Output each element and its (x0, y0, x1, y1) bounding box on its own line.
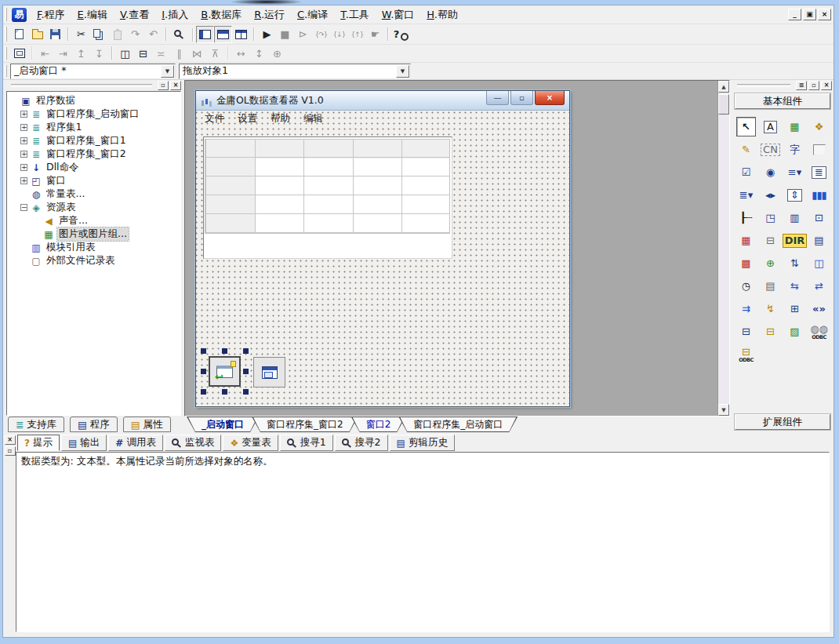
left-panel-tab[interactable]: ▤属性 (123, 417, 171, 432)
tree-item[interactable]: ▥ 模块引用表 (7, 241, 180, 254)
center-horizontal-button[interactable]: ◫ (116, 45, 134, 62)
slider-component[interactable]: ◂▸ (761, 185, 780, 205)
tree-item[interactable]: ◍ 常量表... (7, 187, 180, 201)
tree-item[interactable]: + ≣ 窗口程序集_窗口2 (7, 147, 180, 161)
run-button[interactable]: ▶ (258, 26, 276, 43)
open-file-button[interactable] (28, 26, 46, 43)
designer-tab[interactable]: 窗口程序集_启动窗口 (398, 417, 518, 432)
project-panel-float-button[interactable]: ▫ (158, 81, 169, 90)
server-component[interactable]: ⇄ (809, 276, 829, 296)
cut-button[interactable]: ✂ (72, 26, 90, 43)
tree-item[interactable]: + ↓ Dll命令 (7, 161, 180, 174)
shrink-horizontal-button[interactable]: ⋈ (188, 45, 206, 62)
code-preview-button[interactable] (170, 26, 188, 43)
menu-item[interactable]: W.窗口 (376, 6, 421, 24)
menu-item[interactable]: R.运行 (248, 6, 291, 24)
com-port-component[interactable]: ↯ (761, 299, 780, 318)
tree-item[interactable]: ◀ 声音... (7, 214, 180, 227)
group-box-component[interactable]: CN (761, 140, 780, 159)
scroll-up-button[interactable]: ▲ (718, 81, 729, 93)
odbc-database-component[interactable]: ⊟ ODBC (736, 344, 756, 364)
dropdown-arrow-icon[interactable]: ▼ (161, 65, 174, 78)
menu-item[interactable]: B.数据库 (194, 6, 248, 24)
designer-tab[interactable]: 窗口程序集_窗口2 (252, 417, 358, 432)
object-selector-combobox[interactable]: 拖放对象1 ▼ (179, 64, 411, 79)
toggle-panel-layout-button[interactable] (232, 26, 250, 43)
animation-component[interactable]: ▥ (785, 208, 804, 227)
check-box-component[interactable]: ☑ (736, 162, 756, 182)
output-tab[interactable]: 监视表 (165, 435, 222, 451)
tree-item[interactable]: ▣ 程序数据 (7, 94, 180, 107)
tree-expander-icon[interactable]: + (20, 124, 27, 131)
close-window-button[interactable]: × (818, 9, 831, 20)
step-out-button[interactable]: {↑} (348, 26, 366, 43)
tree-expander-icon[interactable]: + (20, 151, 27, 158)
tree-expander-icon[interactable]: + (20, 164, 27, 171)
redo-button[interactable]: ↷ (126, 26, 144, 43)
basic-components-button[interactable]: 基本组件 (735, 93, 830, 109)
radio-button-component[interactable]: ◉ (761, 162, 780, 182)
scrollbar-component[interactable]: ⇕ (785, 185, 804, 205)
toggle-left-panel-button[interactable] (196, 26, 214, 43)
same-height-button[interactable]: ↕ (250, 45, 268, 62)
data-grid-component[interactable]: ⊞ (785, 299, 804, 318)
client-component[interactable]: ⇆ (785, 276, 804, 296)
tree-item[interactable]: + ≣ 窗口程序集_窗口1 (7, 134, 180, 147)
database-component[interactable]: ⊟ (761, 322, 780, 341)
edit-box-component[interactable]: A (761, 117, 780, 136)
toolbar-window-component[interactable]: ◫ (809, 253, 829, 273)
align-top-button[interactable]: ↥ (72, 45, 90, 62)
tree-expander-icon[interactable]: + (20, 111, 27, 118)
drag-drop-component[interactable]: ↩ (209, 356, 241, 387)
tree-expander-icon[interactable]: − (20, 204, 27, 211)
selection-handle[interactable] (201, 389, 206, 395)
tree-item[interactable]: + ≣ 窗口程序集_启动窗口 (7, 107, 180, 121)
left-panel-tab[interactable]: ≣支持库 (8, 417, 64, 432)
palette-menu-button[interactable]: ≡ (796, 81, 807, 90)
even-space-vertical-button[interactable]: ∥ (170, 45, 188, 62)
extended-components-button[interactable]: 扩展组件 (735, 414, 830, 430)
combo-box-component[interactable]: ≡▾ (785, 162, 804, 182)
menu-item[interactable]: T.工具 (334, 6, 376, 24)
datagram-component[interactable]: ⇉ (736, 299, 756, 318)
selection-handle[interactable] (243, 389, 249, 395)
record-navigator-component[interactable]: «» (809, 299, 829, 318)
project-panel-close-button[interactable]: × (170, 81, 181, 90)
same-width-button[interactable]: ↔ (232, 45, 250, 62)
minimize-window-button[interactable]: _ (788, 9, 801, 20)
canvas-vertical-scrollbar[interactable]: ▲ ▼ (717, 81, 729, 416)
calendar-component[interactable]: ▦ (736, 231, 756, 250)
form-menu-item[interactable]: 帮助 (271, 112, 290, 126)
tree-item[interactable]: ▦ 图片或图片组... (7, 227, 180, 241)
menu-item[interactable]: I.插入 (155, 6, 194, 24)
toggle-bottom-panel-button[interactable] (214, 26, 232, 43)
tab-control-component[interactable]: ◳ (761, 208, 780, 227)
step-over-button[interactable]: {↷} (312, 26, 330, 43)
output-tab[interactable]: ?提示 (17, 435, 60, 451)
database-box-component[interactable]: ⊟ (736, 322, 756, 341)
picture-box-component[interactable]: ▦ (785, 117, 804, 136)
tree-item[interactable]: − ◈ 资源表 (7, 201, 180, 214)
selection-handle[interactable] (243, 369, 249, 374)
align-right-button[interactable]: ⇥ (54, 45, 72, 62)
ruler-component[interactable]: ┠┄ (736, 208, 756, 227)
step-into-button[interactable]: {↓} (330, 26, 348, 43)
tree-item[interactable]: + ◰ 窗口 (7, 174, 180, 187)
designer-tab[interactable]: _启动窗口 (187, 417, 259, 432)
shape-component[interactable]: ❖ (809, 117, 829, 136)
save-file-button[interactable] (46, 26, 64, 43)
center-vertical-button[interactable]: ⊟ (134, 45, 152, 62)
check-list-box-component[interactable]: ≣▾ (736, 185, 756, 205)
align-bottom-button[interactable]: ↧ (90, 45, 108, 62)
scrollbar-thumb[interactable] (718, 94, 729, 115)
table-component[interactable] (203, 136, 452, 259)
debug-run-button[interactable]: ⊳ (294, 26, 312, 43)
selection-handle[interactable] (222, 389, 227, 395)
stop-button[interactable]: ■ (276, 26, 294, 43)
paste-button[interactable] (108, 26, 126, 43)
output-tab[interactable]: 搜寻2 (335, 435, 388, 451)
left-panel-tab[interactable]: ▤程序 (70, 417, 118, 432)
output-tab[interactable]: ❖变量表 (223, 435, 278, 451)
status-bar-component[interactable]: ⊟ (761, 231, 780, 250)
find-help-button[interactable]: ? (392, 26, 410, 43)
